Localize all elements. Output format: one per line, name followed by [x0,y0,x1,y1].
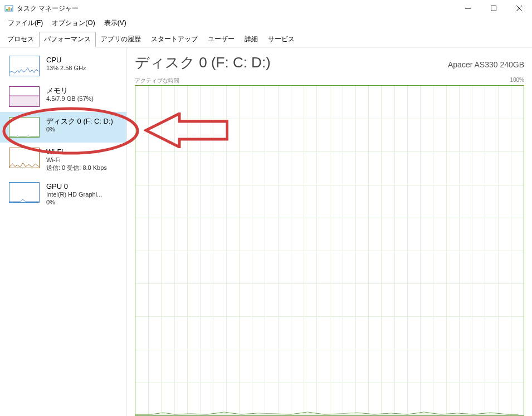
tab-users[interactable]: ユーザー [203,32,240,47]
tab-startup[interactable]: スタートアップ [146,32,203,47]
tab-app-history[interactable]: アプリの履歴 [96,32,146,47]
window-title: タスク マネージャー [17,4,79,13]
gpu0-sub1: Intel(R) HD Graphi... [46,191,102,199]
menu-options[interactable]: オプション(O) [47,17,99,29]
main-content: CPU 13% 2.58 GHz メモリ 4.5/7.9 GB (57%) ディ… [0,47,532,416]
detail-panel: ディスク 0 (F: C: D:) Apacer AS330 240GB アクテ… [127,47,532,416]
graph-data-line [135,86,519,415]
sidebar-item-wifi[interactable]: Wi-Fi Wi-Fi 送信: 0 受信: 8.0 Kbps [0,143,126,177]
sidebar-item-gpu0[interactable]: GPU 0 Intel(R) HD Graphi... 0% [0,177,126,212]
detail-model: Apacer AS330 240GB [448,60,524,69]
wifi-sub2: 送信: 0 受信: 8.0 Kbps [46,164,107,172]
cpu-thumb-icon [9,56,40,76]
wifi-thumb-icon [9,148,40,168]
tab-processes[interactable]: プロセス [2,32,39,47]
sidebar-item-memory[interactable]: メモリ 4.5/7.9 GB (57%) [0,81,126,112]
tab-performance[interactable]: パフォーマンス [39,32,96,47]
minimize-button[interactable] [455,0,481,17]
close-button[interactable] [506,0,532,17]
disk0-label: ディスク 0 (F: C: D:) [46,117,113,126]
memory-thumb-icon [9,86,40,107]
menu-file[interactable]: ファイル(F) [3,17,47,29]
svg-rect-3 [11,8,12,11]
memory-value: 4.5/7.9 GB (57%) [46,95,94,103]
svg-rect-1 [6,9,8,11]
memory-label: メモリ [46,86,94,95]
gpu-thumb-icon [9,182,40,203]
graph-labels: アクティブな時間 100% [135,77,524,85]
sidebar-item-disk0[interactable]: ディスク 0 (F: C: D:) 0% [0,112,126,143]
cpu-value: 13% 2.58 GHz [46,65,86,72]
graph-label-right: 100% [510,77,524,85]
menubar: ファイル(F) オプション(O) 表示(V) [0,17,532,29]
tab-services[interactable]: サービス [263,32,300,47]
svg-rect-5 [491,6,496,11]
gpu0-sub2: 0% [46,199,102,207]
detail-header: ディスク 0 (F: C: D:) Apacer AS330 240GB [135,53,524,72]
perf-sidebar: CPU 13% 2.58 GHz メモリ 4.5/7.9 GB (57%) ディ… [0,47,127,416]
svg-rect-8 [9,96,39,106]
active-time-graph [135,85,524,416]
window-controls [455,0,532,17]
disk0-value: 0% [46,126,113,134]
detail-title: ディスク 0 (F: C: D:) [135,53,271,72]
svg-rect-2 [8,7,10,11]
menu-view[interactable]: 表示(V) [100,17,131,29]
tabbar: プロセス パフォーマンス アプリの履歴 スタートアップ ユーザー 詳細 サービス [0,29,532,47]
gpu0-label: GPU 0 [46,182,102,191]
maximize-button[interactable] [481,0,506,17]
wifi-sub1: Wi-Fi [46,156,107,164]
graph-label-left: アクティブな時間 [135,77,179,85]
sidebar-item-cpu[interactable]: CPU 13% 2.58 GHz [0,51,126,81]
disk-thumb-icon [9,117,40,138]
tab-details[interactable]: 詳細 [240,32,263,47]
cpu-label: CPU [46,56,86,65]
app-icon [4,4,13,13]
wifi-label: Wi-Fi [46,148,107,156]
titlebar: タスク マネージャー [0,0,532,17]
